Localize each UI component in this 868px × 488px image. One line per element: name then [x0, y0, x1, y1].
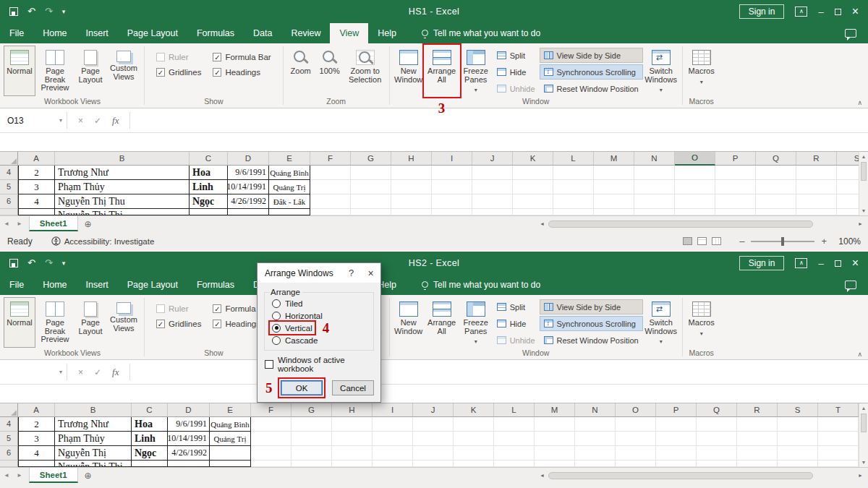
tab-formulas[interactable]: Formulas — [187, 23, 244, 43]
synchronous-scrolling-button[interactable]: Synchronous Scrolling — [540, 316, 643, 331]
cell-p4[interactable] — [715, 166, 756, 180]
column-header-n[interactable]: N — [634, 152, 675, 166]
cell-b6[interactable]: Nguyễn Thị Thu — [55, 194, 190, 209]
name-box-dropdown-icon[interactable]: ▾ — [58, 117, 64, 124]
minimize-button[interactable]: – — [818, 258, 823, 269]
row-header-7[interactable] — [0, 209, 18, 215]
cell-j6[interactable] — [413, 446, 454, 461]
cell-r4[interactable] — [796, 166, 837, 180]
cell-k5[interactable] — [513, 180, 553, 194]
undo-icon[interactable]: ↶ — [27, 7, 35, 17]
column-header-p[interactable]: P — [715, 152, 756, 166]
cell-n5[interactable] — [634, 180, 675, 194]
row-header-6[interactable]: 6 — [0, 194, 18, 209]
new-window-button[interactable]: New Window — [393, 297, 425, 348]
column-header-a[interactable]: A — [18, 152, 55, 166]
tab-insert[interactable]: Insert — [77, 23, 118, 43]
cancel-icon[interactable]: × — [78, 367, 83, 377]
horizontal-scrollbar-track[interactable] — [548, 220, 855, 228]
cell-t7[interactable] — [818, 461, 859, 467]
sheet-tab-sheet1[interactable]: Sheet1 — [29, 468, 78, 483]
column-header-h[interactable]: H — [332, 403, 373, 417]
comments-icon[interactable] — [845, 29, 856, 38]
column-header-g[interactable]: G — [351, 152, 391, 166]
row-header-4[interactable]: 4 — [0, 166, 18, 180]
ruler-checkbox[interactable]: Ruler — [156, 53, 201, 61]
cell-r7[interactable] — [737, 461, 778, 467]
column-header-i[interactable]: I — [373, 403, 413, 417]
column-header-i[interactable]: I — [432, 152, 472, 166]
sheet-nav-left-icon[interactable]: ◄ — [0, 216, 13, 231]
column-header-j[interactable]: J — [413, 403, 454, 417]
radio-option-tiled[interactable]: Tiled — [270, 297, 305, 309]
row-header-5[interactable]: 5 — [0, 180, 18, 194]
cell-b7[interactable]: Nguyễn Thị Thi — [55, 461, 132, 467]
sheet-nav-right-icon[interactable]: ► — [13, 216, 26, 231]
custom-views-button[interactable]: Custom Views — [106, 46, 141, 96]
cell-c6[interactable]: Ngọc — [132, 446, 168, 461]
cell-l4[interactable] — [494, 417, 535, 432]
scroll-up-icon[interactable]: ▲ — [859, 403, 868, 413]
scroll-right-icon[interactable]: ► — [855, 473, 866, 478]
redo-icon[interactable]: ↷ — [45, 7, 53, 17]
cell-c7[interactable] — [190, 209, 228, 215]
cell-c5[interactable]: Linh — [190, 180, 228, 194]
close-button[interactable]: × — [852, 5, 859, 18]
cancel-icon[interactable]: × — [78, 116, 83, 126]
cell-n7[interactable] — [634, 209, 675, 215]
close-button[interactable]: × — [852, 257, 859, 270]
new-window-button[interactable]: New Window — [393, 46, 425, 96]
cell-h5[interactable] — [332, 432, 373, 446]
cell-d6[interactable]: 4/26/1992 — [228, 194, 269, 209]
cell-h7[interactable] — [391, 209, 432, 215]
normal-view-button[interactable]: Normal — [4, 46, 35, 96]
cell-l7[interactable] — [553, 209, 594, 215]
page-break-preview-button[interactable]: Page Break Preview — [35, 297, 75, 348]
cell-b5[interactable]: Phạm Thủy — [55, 180, 190, 194]
cell-e5[interactable]: Quảng Trị — [210, 432, 251, 446]
cell-h4[interactable] — [332, 417, 373, 432]
custom-views-button[interactable]: Custom Views — [106, 297, 141, 348]
ribbon-display-options-button[interactable]: ∧ — [795, 7, 807, 17]
cell-h7[interactable] — [332, 461, 373, 467]
cell-b5[interactable]: Phạm Thủy — [55, 432, 132, 446]
tab-help[interactable]: Help — [368, 23, 406, 43]
column-header-b[interactable]: B — [55, 403, 132, 417]
zoom-in-button[interactable]: + — [820, 236, 828, 247]
column-header-e[interactable]: E — [269, 152, 310, 166]
split-button[interactable]: Split — [493, 48, 540, 63]
dialog-help-button[interactable]: ? — [341, 267, 361, 278]
cell-l4[interactable] — [553, 166, 594, 180]
column-header-a[interactable]: A — [18, 403, 55, 417]
arrange-all-button[interactable]: Arrange All — [425, 46, 459, 96]
cell-q4[interactable] — [756, 166, 796, 180]
cell-n4[interactable] — [634, 166, 675, 180]
tab-view[interactable]: View — [330, 23, 368, 43]
cell-m7[interactable] — [594, 209, 634, 215]
cell-g4[interactable] — [292, 417, 332, 432]
save-icon[interactable] — [9, 7, 18, 16]
cell-o6[interactable] — [616, 446, 656, 461]
cell-a5[interactable]: 3 — [18, 180, 55, 194]
cell-o5[interactable] — [675, 180, 715, 194]
enter-icon[interactable]: ✓ — [94, 116, 101, 126]
cell-l5[interactable] — [494, 432, 535, 446]
collapse-ribbon-icon[interactable]: ∧ — [857, 99, 862, 106]
page-break-preview-icon[interactable] — [712, 237, 721, 245]
tab-insert[interactable]: Insert — [77, 275, 118, 295]
cell-j4[interactable] — [472, 166, 513, 180]
hide-button[interactable]: Hide — [493, 316, 540, 331]
enter-icon[interactable]: ✓ — [94, 367, 101, 377]
cell-o7[interactable] — [616, 461, 656, 467]
cell-q7[interactable] — [756, 209, 796, 215]
cell-j4[interactable] — [413, 417, 454, 432]
cell-m4[interactable] — [535, 417, 575, 432]
cell-o6[interactable] — [675, 194, 715, 209]
cell-i7[interactable] — [373, 461, 413, 467]
cell-r5[interactable] — [737, 432, 778, 446]
cell-d4[interactable]: 9/6/1991 — [168, 417, 210, 432]
cell-l6[interactable] — [553, 194, 594, 209]
column-header-d[interactable]: D — [228, 152, 269, 166]
cell-f6[interactable] — [310, 194, 351, 209]
cell-g5[interactable] — [351, 180, 391, 194]
